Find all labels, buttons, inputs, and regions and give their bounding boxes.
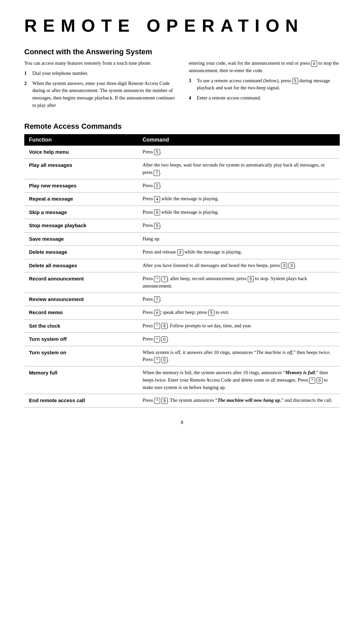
key-button: 5	[154, 149, 160, 155]
intro-columns: You can access many features remotely fr…	[24, 60, 340, 112]
key-button: 3	[177, 249, 183, 256]
key-button: 0	[161, 357, 168, 363]
function-cell: End remote access call	[24, 394, 138, 408]
key-button: 3	[289, 263, 295, 269]
function-cell: Delete message	[24, 246, 138, 259]
intro-step-2: 2 When the system answers, enter your th…	[24, 80, 175, 109]
command-cell: After you have listened to all messages …	[138, 259, 340, 272]
table-header-row: Function Command	[24, 134, 340, 146]
key-button: #	[154, 310, 160, 316]
key-button: *	[154, 323, 160, 329]
function-cell: Turn system off	[24, 333, 138, 346]
command-cell: When the memory is full, the system answ…	[138, 366, 340, 394]
intro-left-steps: 1 Dial your telephone number. 2 When the…	[24, 70, 175, 109]
table-row: Record memoPress #; speak after beep; pr…	[24, 306, 340, 320]
key-button: 3	[281, 263, 287, 269]
intro-step-3: 3 To use a remote access command (below)…	[189, 77, 340, 92]
key-button: *	[154, 336, 160, 342]
table-row: End remote access callPress * 9. The sys…	[24, 394, 340, 408]
table-row: Play new messagesPress 2.	[24, 179, 340, 192]
key-button: 9	[161, 398, 168, 404]
command-cell: Press 6 while the message is playing.	[138, 206, 340, 219]
key-button: *	[309, 378, 315, 384]
intro-right-steps: 3 To use a remote access command (below)…	[189, 77, 340, 102]
function-cell: Play new messages	[24, 179, 138, 192]
table-row: Delete all messagesAfter you have listen…	[24, 259, 340, 272]
key-button: 4	[154, 196, 160, 202]
command-cell: Press #; speak after beep; press 5 to ex…	[138, 306, 340, 320]
key-button: 5	[154, 223, 160, 229]
table-row: Repeat a messagePress 4 while the messag…	[24, 192, 340, 206]
key-button: 8	[161, 323, 168, 329]
function-cell: Record memo	[24, 306, 138, 320]
table-row: Delete messagePress and release 3 while …	[24, 246, 340, 259]
table-row: Skip a messagePress 6 while the message …	[24, 206, 340, 219]
key-button: *	[154, 398, 160, 404]
command-cell: Press 5.	[138, 146, 340, 159]
intro-right-col: entering your code, wait for the announc…	[189, 60, 340, 112]
function-cell: Play all messages	[24, 159, 138, 179]
table-row: Review announcementPress 7.	[24, 293, 340, 306]
key-button: 0	[316, 378, 323, 384]
function-cell: Repeat a message	[24, 192, 138, 206]
page-title: REMOTE OPERATION	[24, 16, 340, 35]
intro-left-col: You can access many features remotely fr…	[24, 60, 175, 112]
command-cell: Press * 7; after beep, record announceme…	[138, 272, 340, 293]
table-row: Memory fullWhen the memory is full, the …	[24, 366, 340, 394]
table-row: Turn system offPress * 0.	[24, 333, 340, 346]
key-button: 5	[248, 276, 254, 282]
function-cell: Delete all messages	[24, 259, 138, 272]
intro-right-para: entering your code, wait for the announc…	[189, 60, 340, 74]
key-button: *	[154, 357, 160, 363]
function-cell: Memory full	[24, 366, 138, 394]
key-button: 7	[154, 296, 160, 302]
function-cell: Stop message playback	[24, 219, 138, 233]
key-button: *	[154, 276, 160, 282]
connect-heading: Connect with the Answering System	[24, 48, 340, 56]
function-cell: Review announcement	[24, 293, 138, 306]
command-cell: Press * 9. The system announces “The mac…	[138, 394, 340, 408]
command-cell: Press and release 3 while the message is…	[138, 246, 340, 259]
hash-key: #	[311, 61, 317, 67]
table-row: Record announcementPress * 7; after beep…	[24, 272, 340, 293]
table-row: Turn system onWhen system is off, it ans…	[24, 346, 340, 366]
intro-text: You can access many features remotely fr…	[24, 60, 175, 67]
command-cell: After the two beeps, wait four seconds f…	[138, 159, 340, 179]
command-cell: Hang up.	[138, 232, 340, 246]
command-cell: Press 2.	[138, 179, 340, 192]
function-cell: Turn system on	[24, 346, 138, 366]
key-5: 5	[292, 78, 298, 84]
function-cell: Set the clock	[24, 319, 138, 333]
intro-step-1: 1 Dial your telephone number.	[24, 70, 175, 77]
col-command-header: Command	[138, 134, 340, 146]
col-function-header: Function	[24, 134, 138, 146]
page-number: 8	[24, 420, 340, 425]
table-row: Voice help menuPress 5.	[24, 146, 340, 159]
key-button: 5	[208, 310, 214, 316]
function-cell: Voice help menu	[24, 146, 138, 159]
commands-table: Function Command Voice help menuPress 5.…	[24, 134, 340, 408]
key-button: 7	[161, 276, 168, 282]
command-cell: Press 5.	[138, 219, 340, 233]
table-row: Play all messagesAfter the two beeps, wa…	[24, 159, 340, 179]
function-cell: Save message	[24, 232, 138, 246]
connect-section: Connect with the Answering System You ca…	[24, 48, 340, 112]
commands-section: Remote Access Commands Function Command …	[24, 122, 340, 408]
command-cell: Press * 8. Follow prompts to set day, ti…	[138, 319, 340, 333]
table-row: Set the clockPress * 8. Follow prompts t…	[24, 319, 340, 333]
table-row: Save messageHang up.	[24, 232, 340, 246]
command-cell: Press 7.	[138, 293, 340, 306]
key-button: 7	[154, 170, 160, 176]
function-cell: Skip a message	[24, 206, 138, 219]
command-cell: Press 4 while the message is playing.	[138, 192, 340, 206]
key-button: 0	[161, 336, 168, 342]
command-cell: When system is off, it answers after 10 …	[138, 346, 340, 366]
key-button: 6	[154, 209, 160, 215]
key-button: 2	[154, 183, 160, 189]
table-row: Stop message playbackPress 5.	[24, 219, 340, 233]
intro-step-4: 4 Enter a remote access command.	[189, 94, 340, 102]
command-cell: Press * 0.	[138, 333, 340, 346]
commands-heading: Remote Access Commands	[24, 122, 340, 131]
function-cell: Record announcement	[24, 272, 138, 293]
